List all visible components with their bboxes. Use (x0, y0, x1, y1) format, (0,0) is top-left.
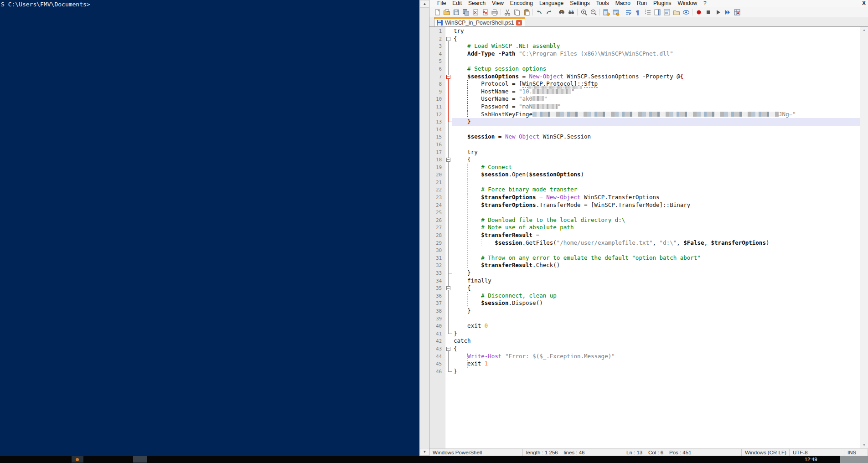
taskbar-app-icon[interactable] (133, 456, 147, 463)
fold-toggle-icon[interactable] (446, 158, 450, 162)
menu-item-edit[interactable]: Edit (449, 0, 465, 7)
code-line-40[interactable]: 40 exit 0 (429, 322, 860, 330)
toolbar-function-list-icon[interactable] (662, 8, 672, 17)
menu-item-run[interactable]: Run (634, 0, 650, 7)
code-line-8[interactable]: 8 Protocol = [WinSCP.Protocol]::Sftp (429, 80, 860, 88)
code-line-16[interactable]: 16 (429, 141, 860, 149)
powershell-console[interactable]: S C:\Users\FMV\Documents> (0, 0, 419, 456)
code-line-25[interactable]: 25 (429, 209, 860, 216)
taskbar-tray-area[interactable] (840, 456, 868, 463)
toolbar-new-file-icon[interactable] (432, 8, 442, 17)
code-line-28[interactable]: 28 $transferResult = (429, 232, 860, 239)
code-line-32[interactable]: 32 $transferResult.Check() (429, 262, 860, 269)
code-line-5[interactable]: 5 (429, 57, 860, 65)
menu-item-[interactable]: ? (700, 0, 710, 7)
code-line-13[interactable]: 13 } (429, 118, 860, 126)
code-line-23[interactable]: 23 $transferOptions = New-Object WinSCP.… (429, 194, 860, 201)
toolbar-file-monitor-icon[interactable] (681, 8, 691, 17)
code-line-26[interactable]: 26 # Download file to the local director… (429, 216, 860, 224)
status-encoding[interactable]: UTF-8 (790, 449, 844, 456)
code-line-42[interactable]: 42catch (429, 337, 860, 345)
code-line-17[interactable]: 17 try (429, 149, 860, 156)
code-line-38[interactable]: 38 } (429, 307, 860, 315)
toolbar-replace-icon[interactable]: ab (566, 8, 576, 17)
toolbar-open-folder-icon[interactable] (442, 8, 451, 17)
toolbar-sync-horizontal-icon[interactable] (611, 8, 620, 17)
menu-item-macro[interactable]: Macro (612, 0, 634, 7)
tab-close-icon[interactable]: x (516, 20, 522, 26)
code-editor[interactable]: 1try2{3 # Load WinSCP .NET assembly4 Add… (429, 27, 868, 448)
toolbar-stop-macro-icon[interactable] (703, 8, 713, 17)
code-line-46[interactable]: 46} (429, 368, 860, 376)
toolbar-paste-icon[interactable] (522, 8, 531, 17)
code-line-34[interactable]: 34 finally (429, 277, 860, 285)
windows-taskbar[interactable]: 12:49 (0, 456, 868, 463)
code-line-33[interactable]: 33 } (429, 269, 860, 277)
toolbar-redo-icon[interactable] (544, 8, 553, 17)
toolbar-save-icon[interactable] (451, 8, 461, 17)
toolbar-sync-vertical-icon[interactable] (601, 8, 611, 17)
fold-toggle-icon[interactable] (446, 37, 450, 41)
toolbar-find-icon[interactable] (557, 8, 566, 17)
toolbar-folder-workspace-icon[interactable] (672, 8, 681, 17)
tab-winscp-in-powershell[interactable]: WinSCP_in_PowerShell.ps1 x (434, 17, 525, 26)
code-line-37[interactable]: 37 $session.Dispose() (429, 299, 860, 307)
fold-toggle-icon[interactable] (446, 75, 450, 79)
fold-toggle-icon[interactable] (446, 286, 450, 290)
code-line-4[interactable]: 4 Add-Type -Path "C:\Program Files (x86)… (429, 50, 860, 58)
toolbar-close-doc-icon[interactable] (470, 8, 480, 17)
code-line-11[interactable]: 11 Password = "maN" (429, 103, 860, 111)
fold-toggle-icon[interactable] (446, 347, 450, 351)
toolbar-run-macro-multiple-icon[interactable] (723, 8, 732, 17)
code-line-41[interactable]: 41} (429, 330, 860, 338)
code-line-15[interactable]: 15 $session = New-Object WinSCP.Session (429, 133, 860, 141)
code-line-30[interactable]: 30 (429, 247, 860, 254)
code-line-45[interactable]: 45 exit 1 (429, 360, 860, 368)
code-line-39[interactable]: 39 (429, 315, 860, 323)
code-line-2[interactable]: 2{ (429, 35, 860, 43)
toolbar-cut-icon[interactable] (502, 8, 512, 17)
code-line-27[interactable]: 27 # Note use of absolute path (429, 224, 860, 232)
toolbar-save-macro-icon[interactable] (732, 8, 742, 17)
code-line-3[interactable]: 3 # Load WinSCP .NET assembly (429, 42, 860, 50)
toolbar-indent-guide-icon[interactable] (643, 8, 652, 17)
toolbar-doc-map-icon[interactable] (652, 8, 662, 17)
toolbar-save-all-icon[interactable] (461, 8, 470, 17)
toolbar-word-wrap-icon[interactable] (624, 8, 633, 17)
toolbar-play-macro-icon[interactable] (713, 8, 723, 17)
toolbar-close-all-icon[interactable] (480, 8, 490, 17)
scroll-up-icon[interactable]: ▲ (860, 27, 868, 33)
scroll-up-icon[interactable]: ▲ (420, 0, 429, 8)
taskbar-app-icon[interactable] (72, 456, 83, 463)
menu-item-view[interactable]: View (489, 0, 507, 7)
toolbar-zoom-out-icon[interactable] (589, 8, 598, 17)
code-line-6[interactable]: 6 # Setup session options (429, 65, 860, 73)
menu-item-window[interactable]: Window (674, 0, 700, 7)
toolbar-copy-icon[interactable] (512, 8, 522, 17)
toolbar-show-all-chars-icon[interactable]: ¶ (633, 8, 643, 17)
code-line-21[interactable]: 21 (429, 179, 860, 186)
code-line-9[interactable]: 9 HostName = "10." (429, 88, 860, 96)
menu-item-search[interactable]: Search (465, 0, 489, 7)
code-line-29[interactable]: 29 $session.GetFiles("/home/user/example… (429, 239, 860, 247)
menu-item-tools[interactable]: Tools (593, 0, 612, 7)
close-window-button[interactable]: X (862, 0, 866, 6)
menu-item-settings[interactable]: Settings (567, 0, 593, 7)
code-line-43[interactable]: 43{ (429, 345, 860, 353)
editor-scrollbar[interactable]: ▲ ▼ (860, 27, 868, 448)
menu-item-plugins[interactable]: Plugins (650, 0, 674, 7)
code-line-44[interactable]: 44 Write-Host "Error: $($_.Exception.Mes… (429, 353, 860, 360)
code-line-18[interactable]: 18 { (429, 156, 860, 164)
code-line-10[interactable]: 10 UserName = "ak0" (429, 95, 860, 103)
code-line-14[interactable]: 14 (429, 126, 860, 134)
scroll-down-icon[interactable]: ▼ (420, 448, 429, 456)
code-line-36[interactable]: 36 # Disconnect, clean up (429, 292, 860, 300)
console-scrollbar[interactable]: ▲ ▼ (419, 0, 429, 456)
menu-item-language[interactable]: Language (536, 0, 567, 7)
code-line-12[interactable]: 12 SshHostKeyFingeJNg=" (429, 111, 860, 118)
code-line-31[interactable]: 31 # Throw on any error to emulate the d… (429, 254, 860, 262)
menu-item-file[interactable]: File (434, 0, 449, 7)
code-line-1[interactable]: 1try (429, 27, 860, 35)
scroll-down-icon[interactable]: ▼ (860, 442, 868, 448)
code-line-24[interactable]: 24 $transferOptions.TransferMode = [WinS… (429, 201, 860, 209)
